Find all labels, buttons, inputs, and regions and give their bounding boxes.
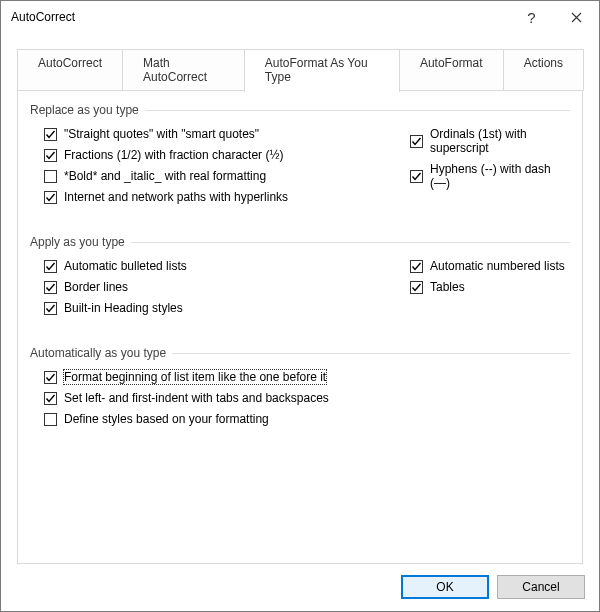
checkbox-tables[interactable]: Tables xyxy=(410,280,570,294)
checkbox-label: *Bold* and _italic_ with real formatting xyxy=(64,169,266,183)
checkbox-heading-styles[interactable]: Built-in Heading styles xyxy=(44,301,410,315)
group-title-auto-text: Automatically as you type xyxy=(30,346,166,360)
checkbox-label: Internet and network paths with hyperlin… xyxy=(64,190,288,204)
checkbox-hyphens[interactable]: Hyphens (--) with dash (—) xyxy=(410,162,570,190)
checkbox-border-lines[interactable]: Border lines xyxy=(44,280,410,294)
checkbox-bold-italic[interactable]: *Bold* and _italic_ with real formatting xyxy=(44,169,410,183)
checkbox-label: "Straight quotes" with "smart quotes" xyxy=(64,127,259,141)
checkbox-set-indent[interactable]: Set left- and first-indent with tabs and… xyxy=(44,391,570,405)
close-icon xyxy=(571,12,582,23)
close-button[interactable] xyxy=(554,2,599,32)
checkbox-label: Automatic bulleted lists xyxy=(64,259,187,273)
group-title-replace: Replace as you type xyxy=(30,103,570,117)
checkbox-label: Format beginning of list item like the o… xyxy=(64,370,326,384)
checkbox-box xyxy=(44,170,57,183)
checkbox-fractions[interactable]: Fractions (1/2) with fraction character … xyxy=(44,148,410,162)
checkbox-box xyxy=(44,260,57,273)
checkbox-format-list-beginning[interactable]: Format beginning of list item like the o… xyxy=(44,370,570,384)
checkbox-label: Built-in Heading styles xyxy=(64,301,183,315)
checkbox-label: Tables xyxy=(430,280,465,294)
group-title-apply-text: Apply as you type xyxy=(30,235,125,249)
check-icon xyxy=(411,261,422,272)
group-title-auto: Automatically as you type xyxy=(30,346,570,360)
tab-autocorrect[interactable]: AutoCorrect xyxy=(17,49,123,91)
checkbox-box xyxy=(44,413,57,426)
checkbox-box xyxy=(44,149,57,162)
help-button[interactable]: ? xyxy=(509,2,554,32)
checkbox-hyperlinks[interactable]: Internet and network paths with hyperlin… xyxy=(44,190,410,204)
check-icon xyxy=(411,282,422,293)
checkbox-box xyxy=(44,371,57,384)
checkbox-bulleted-lists[interactable]: Automatic bulleted lists xyxy=(44,259,410,273)
checkbox-box xyxy=(44,128,57,141)
check-icon xyxy=(45,282,56,293)
group-title-apply: Apply as you type xyxy=(30,235,570,249)
check-icon xyxy=(45,393,56,404)
tabbar: AutoCorrect Math AutoCorrect AutoFormat … xyxy=(1,49,599,91)
checkbox-label: Hyphens (--) with dash (—) xyxy=(430,162,570,190)
tab-math-autocorrect[interactable]: Math AutoCorrect xyxy=(122,49,245,91)
checkbox-label: Fractions (1/2) with fraction character … xyxy=(64,148,283,162)
divider xyxy=(131,242,570,243)
checkbox-define-styles[interactable]: Define styles based on your formatting xyxy=(44,412,570,426)
checkbox-box xyxy=(44,281,57,294)
checkbox-box xyxy=(410,260,423,273)
group-title-replace-text: Replace as you type xyxy=(30,103,139,117)
check-icon xyxy=(411,171,422,182)
titlebar: AutoCorrect ? xyxy=(1,1,599,33)
checkbox-box xyxy=(44,302,57,315)
checkbox-box xyxy=(410,281,423,294)
group-replace: Replace as you type "Straight quotes" wi… xyxy=(30,103,570,209)
check-icon xyxy=(45,372,56,383)
check-icon xyxy=(45,129,56,140)
group-auto: Automatically as you type Format beginni… xyxy=(30,346,570,431)
tab-actions[interactable]: Actions xyxy=(503,49,584,91)
tab-autoformat[interactable]: AutoFormat xyxy=(399,49,504,91)
check-icon xyxy=(45,192,56,203)
checkbox-label: Automatic numbered lists xyxy=(430,259,565,273)
checkbox-box xyxy=(410,170,423,183)
buttonbar: OK Cancel xyxy=(1,565,599,611)
ok-button[interactable]: OK xyxy=(401,575,489,599)
tabcontent: Replace as you type "Straight quotes" wi… xyxy=(17,90,583,564)
checkbox-box xyxy=(410,135,423,148)
checkbox-label: Define styles based on your formatting xyxy=(64,412,269,426)
checkbox-numbered-lists[interactable]: Automatic numbered lists xyxy=(410,259,570,273)
divider xyxy=(172,353,570,354)
checkbox-box xyxy=(44,392,57,405)
tab-autoformat-as-you-type[interactable]: AutoFormat As You Type xyxy=(244,49,400,92)
checkbox-ordinals[interactable]: Ordinals (1st) with superscript xyxy=(410,127,570,155)
checkbox-box xyxy=(44,191,57,204)
checkbox-label: Ordinals (1st) with superscript xyxy=(430,127,570,155)
group-apply: Apply as you type Automatic bulleted lis… xyxy=(30,235,570,320)
check-icon xyxy=(45,150,56,161)
checkbox-label: Border lines xyxy=(64,280,128,294)
divider xyxy=(145,110,570,111)
window-title: AutoCorrect xyxy=(11,10,509,24)
checkbox-label: Set left- and first-indent with tabs and… xyxy=(64,391,329,405)
check-icon xyxy=(45,303,56,314)
cancel-button[interactable]: Cancel xyxy=(497,575,585,599)
check-icon xyxy=(45,261,56,272)
check-icon xyxy=(411,136,422,147)
checkbox-smart-quotes[interactable]: "Straight quotes" with "smart quotes" xyxy=(44,127,410,141)
